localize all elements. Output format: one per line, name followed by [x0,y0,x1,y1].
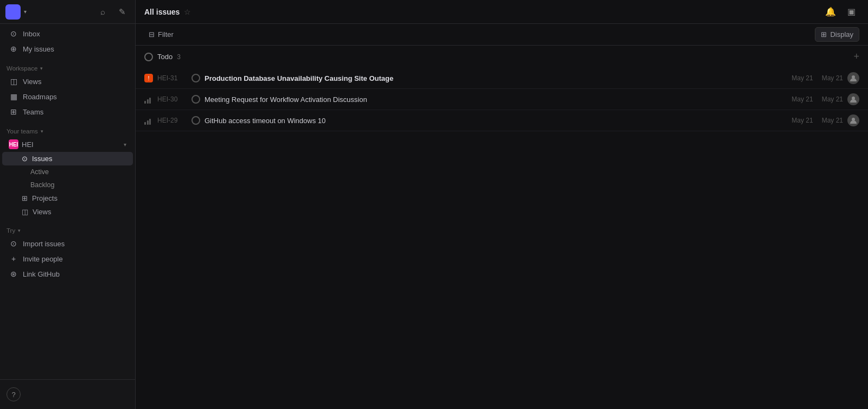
sidebar-item-import-issues[interactable]: ⊙ Import issues [2,236,133,251]
inbox-icon: ⊙ [9,29,18,38]
issue-dates: May 21 May 21 [792,117,843,124]
sidebar-label-roadmaps: Roadmaps [23,93,57,101]
issue-id: HEI-30 [157,95,187,103]
display-label: Display [830,30,853,39]
sidebar-item-inbox[interactable]: ⊙ Inbox [2,26,133,41]
issue-status-circle [192,116,200,125]
workspace-selector[interactable]: ▾ [5,4,27,20]
your-teams-section: Your teams ▾ HEI HEI ▾ ⊙ Issues Active B… [0,122,135,221]
sidebar-item-label-inbox: Inbox [23,30,40,38]
try-chevron-icon: ▾ [18,228,21,233]
issue-date-updated: May 21 [822,117,843,124]
issue-title: Production Database Unavailability Causi… [205,74,787,82]
favorite-icon[interactable]: ☆ [184,8,191,16]
search-button[interactable]: ⌕ [95,4,110,20]
table-row[interactable]: ! HEI-31 Production Database Unavailabil… [136,68,868,89]
issue-id: HEI-29 [157,117,187,124]
display-button[interactable]: ⊞ Display [815,27,859,42]
issues-icon: ⊙ [22,155,28,163]
try-section: Try ▾ ⊙ Import issues + Invite people ⊛ … [0,221,135,284]
issue-dates: May 21 May 21 [792,95,843,103]
workspace-logo [5,4,21,20]
main-content: All issues ☆ 🔔 ▣ ⊟ Filter ⊞ Display Todo… [136,0,868,409]
workspace-chevron-icon: ▾ [24,9,27,15]
active-label: Active [30,168,49,176]
sidebar-item-invite-people[interactable]: + Invite people [2,251,133,266]
compose-button[interactable]: ✎ [114,4,130,20]
issue-list: Todo 3 + ! HEI-31 Production Database Un… [136,46,868,409]
issue-status-circle [192,95,200,104]
team-icon: HEI [9,139,18,149]
sidebar-label-teams: Teams [23,108,43,116]
sidebar: ▾ ⌕ ✎ ⊙ Inbox ⊕ My issues Workspace ▾ ◫ … [0,0,136,409]
teams-icon: ⊞ [9,107,18,116]
table-row[interactable]: HEI-30 Meeting Request for Workflow Acti… [136,89,868,110]
sidebar-item-issues[interactable]: ⊙ Issues [2,152,133,165]
nav-section: ⊙ Inbox ⊕ My issues [0,24,135,59]
sidebar-item-backlog[interactable]: Backlog [2,178,133,191]
toolbar: ⊟ Filter ⊞ Display [136,24,868,46]
sidebar-item-label-my-issues: My issues [23,45,54,53]
display-icon: ⊞ [821,30,827,39]
todo-add-icon[interactable]: + [853,51,859,62]
sidebar-top-actions: ⌕ ✎ [95,4,130,20]
sidebar-label-team-views: Views [33,208,51,216]
table-row[interactable]: HEI-29 GitHub access timeout on Windows … [136,110,868,131]
workspace-section: Workspace ▾ ◫ Views ▦ Roadmaps ⊞ Teams [0,59,135,122]
workspace-section-label[interactable]: Workspace ▾ [0,61,135,74]
layout-button[interactable]: ▣ [843,4,859,20]
sidebar-item-active[interactable]: Active [2,165,133,178]
avatar [847,93,859,105]
your-teams-chevron-icon: ▾ [41,129,43,134]
issue-date-created: May 21 [792,95,813,103]
sidebar-label-link-github: Link GitHub [23,270,60,278]
sidebar-header: ▾ ⌕ ✎ [0,0,135,24]
github-icon: ⊛ [9,270,18,278]
filter-icon: ⊟ [149,30,155,39]
sidebar-item-teams[interactable]: ⊞ Teams [2,104,133,119]
roadmaps-icon: ▦ [9,92,18,101]
todo-group-header[interactable]: Todo 3 + [136,46,868,68]
try-section-label[interactable]: Try ▾ [0,223,135,236]
sidebar-label-views: Views [23,78,41,86]
sidebar-item-views[interactable]: ◫ Views [2,74,133,89]
my-issues-icon: ⊕ [9,44,18,53]
todo-group-label: Todo [157,53,173,61]
your-teams-section-label[interactable]: Your teams ▾ [0,124,135,137]
sidebar-item-link-github[interactable]: ⊛ Link GitHub [2,266,133,282]
sidebar-item-projects[interactable]: ⊞ Projects [2,191,133,205]
issue-title: GitHub access timeout on Windows 10 [205,117,787,125]
page-title: All issues [144,8,180,16]
sidebar-label-invite-people: Invite people [23,255,63,263]
issue-date-created: May 21 [792,74,813,82]
invite-icon: + [9,254,18,263]
filter-button[interactable]: ⊟ Filter [144,28,178,41]
main-title-area: All issues ☆ [144,8,191,16]
avatar [847,114,859,126]
projects-icon: ⊞ [22,194,28,202]
team-name-label: HEI [22,140,34,149]
notifications-button[interactable]: 🔔 [822,4,839,20]
issue-date-updated: May 21 [822,74,843,82]
views-icon: ◫ [9,77,18,86]
avatar [847,72,859,84]
header-right-actions: 🔔 ▣ [822,4,859,20]
sidebar-item-team-views[interactable]: ◫ Views [2,205,133,219]
todo-group-left: Todo 3 [144,53,181,61]
import-issues-icon: ⊙ [9,239,18,248]
sidebar-item-roadmaps[interactable]: ▦ Roadmaps [2,89,133,104]
todo-status-circle [144,53,153,61]
todo-group-count: 3 [177,53,181,61]
priority-medium-icon [144,95,153,104]
team-views-icon: ◫ [22,208,28,216]
issue-date-updated: May 21 [822,95,843,103]
help-button[interactable]: ? [7,387,21,401]
workspace-section-chevron-icon: ▾ [40,66,43,71]
filter-label: Filter [158,30,174,39]
sidebar-item-my-issues[interactable]: ⊕ My issues [2,41,133,56]
issue-status-circle [192,74,200,82]
team-header[interactable]: HEI HEI ▾ [2,137,133,152]
issue-date-created: May 21 [792,117,813,124]
backlog-label: Backlog [30,181,54,189]
issue-id: HEI-31 [157,74,187,82]
